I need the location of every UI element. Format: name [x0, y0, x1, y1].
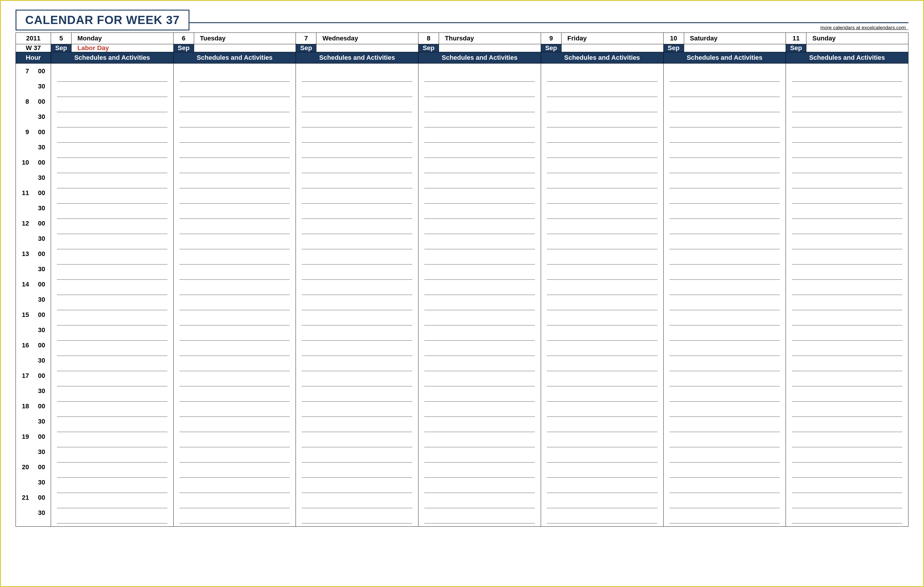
- schedule-line[interactable]: [180, 112, 290, 127]
- schedule-line[interactable]: [57, 295, 167, 310]
- schedule-line[interactable]: [302, 432, 412, 447]
- schedule-line[interactable]: [670, 97, 780, 112]
- schedule-line[interactable]: [547, 173, 657, 188]
- schedule-line[interactable]: [792, 310, 902, 326]
- schedule-line[interactable]: [424, 417, 535, 432]
- schedule-line[interactable]: [792, 326, 902, 340]
- schedule-line[interactable]: [180, 356, 290, 371]
- schedule-line[interactable]: [180, 493, 290, 508]
- schedule-line[interactable]: [792, 204, 902, 219]
- day-column-sunday[interactable]: [786, 64, 908, 527]
- schedule-line[interactable]: [670, 234, 780, 249]
- schedule-line[interactable]: [792, 295, 902, 310]
- schedule-line[interactable]: [180, 310, 290, 326]
- day-column-friday[interactable]: [541, 64, 663, 527]
- schedule-line[interactable]: [302, 66, 412, 82]
- schedule-line[interactable]: [180, 371, 290, 386]
- schedule-line[interactable]: [424, 295, 535, 310]
- schedule-line[interactable]: [57, 371, 167, 386]
- schedule-line[interactable]: [547, 401, 657, 417]
- schedule-line[interactable]: [302, 127, 412, 143]
- schedule-line[interactable]: [670, 417, 780, 432]
- schedule-line[interactable]: [670, 158, 780, 173]
- schedule-line[interactable]: [302, 447, 412, 462]
- schedule-line[interactable]: [302, 82, 412, 97]
- schedule-line[interactable]: [180, 265, 290, 280]
- schedule-line[interactable]: [302, 478, 412, 493]
- schedule-line[interactable]: [57, 478, 167, 493]
- schedule-line[interactable]: [670, 265, 780, 280]
- schedule-line[interactable]: [792, 447, 902, 462]
- schedule-line[interactable]: [302, 188, 412, 204]
- schedule-line[interactable]: [302, 143, 412, 158]
- schedule-line[interactable]: [424, 82, 535, 97]
- schedule-line[interactable]: [670, 204, 780, 219]
- schedule-line[interactable]: [424, 127, 535, 143]
- schedule-line[interactable]: [792, 97, 902, 112]
- schedule-line[interactable]: [302, 249, 412, 265]
- schedule-line[interactable]: [180, 127, 290, 143]
- schedule-line[interactable]: [792, 356, 902, 371]
- schedule-line[interactable]: [57, 265, 167, 280]
- schedule-line[interactable]: [547, 280, 657, 295]
- schedule-line[interactable]: [57, 417, 167, 432]
- schedule-line[interactable]: [670, 127, 780, 143]
- schedule-line[interactable]: [547, 188, 657, 204]
- schedule-line[interactable]: [547, 417, 657, 432]
- schedule-line[interactable]: [670, 371, 780, 386]
- schedule-line[interactable]: [180, 401, 290, 417]
- schedule-line[interactable]: [547, 356, 657, 371]
- schedule-line[interactable]: [302, 462, 412, 478]
- schedule-line[interactable]: [302, 417, 412, 432]
- schedule-line[interactable]: [792, 508, 902, 523]
- schedule-line[interactable]: [302, 326, 412, 340]
- schedule-line[interactable]: [57, 82, 167, 97]
- schedule-line[interactable]: [547, 493, 657, 508]
- schedule-line[interactable]: [180, 82, 290, 97]
- schedule-line[interactable]: [57, 127, 167, 143]
- schedule-line[interactable]: [792, 478, 902, 493]
- schedule-line[interactable]: [180, 326, 290, 340]
- schedule-line[interactable]: [547, 386, 657, 401]
- schedule-line[interactable]: [424, 219, 535, 234]
- schedule-line[interactable]: [670, 295, 780, 310]
- schedule-line[interactable]: [424, 280, 535, 295]
- schedule-line[interactable]: [57, 173, 167, 188]
- schedule-line[interactable]: [302, 265, 412, 280]
- day-column-tuesday[interactable]: [173, 64, 296, 527]
- schedule-line[interactable]: [792, 401, 902, 417]
- schedule-line[interactable]: [424, 447, 535, 462]
- schedule-line[interactable]: [547, 462, 657, 478]
- schedule-line[interactable]: [670, 143, 780, 158]
- schedule-line[interactable]: [792, 234, 902, 249]
- schedule-line[interactable]: [302, 234, 412, 249]
- schedule-line[interactable]: [792, 432, 902, 447]
- schedule-line[interactable]: [180, 234, 290, 249]
- schedule-line[interactable]: [424, 234, 535, 249]
- schedule-line[interactable]: [302, 97, 412, 112]
- schedule-line[interactable]: [792, 280, 902, 295]
- schedule-line[interactable]: [424, 143, 535, 158]
- schedule-line[interactable]: [57, 97, 167, 112]
- schedule-line[interactable]: [180, 66, 290, 82]
- schedule-line[interactable]: [180, 280, 290, 295]
- schedule-line[interactable]: [792, 173, 902, 188]
- schedule-line[interactable]: [302, 508, 412, 523]
- schedule-line[interactable]: [302, 401, 412, 417]
- schedule-line[interactable]: [424, 508, 535, 523]
- schedule-line[interactable]: [424, 249, 535, 265]
- schedule-line[interactable]: [424, 401, 535, 417]
- schedule-line[interactable]: [424, 493, 535, 508]
- schedule-line[interactable]: [424, 173, 535, 188]
- schedule-line[interactable]: [547, 508, 657, 523]
- schedule-line[interactable]: [670, 493, 780, 508]
- schedule-line[interactable]: [302, 219, 412, 234]
- schedule-line[interactable]: [302, 371, 412, 386]
- schedule-line[interactable]: [57, 66, 167, 82]
- schedule-line[interactable]: [180, 249, 290, 265]
- schedule-line[interactable]: [57, 386, 167, 401]
- schedule-line[interactable]: [670, 173, 780, 188]
- schedule-line[interactable]: [57, 280, 167, 295]
- schedule-line[interactable]: [670, 447, 780, 462]
- schedule-line[interactable]: [424, 158, 535, 173]
